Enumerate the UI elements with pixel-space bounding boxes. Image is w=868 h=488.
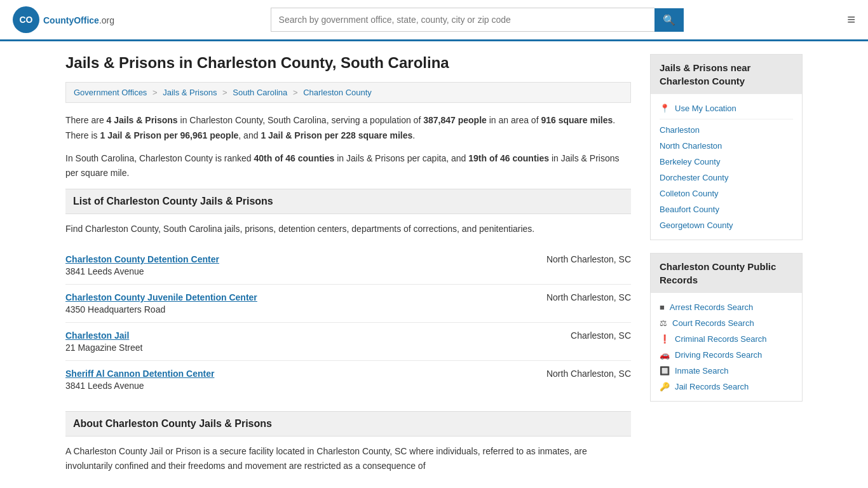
search-icon: 🔍 bbox=[663, 15, 675, 25]
arrest-icon: ■ bbox=[660, 302, 665, 312]
breadcrumb-sep-2: > bbox=[293, 88, 298, 97]
facility-city-0: North Charleston, SC bbox=[517, 254, 631, 264]
inmate-search-link[interactable]: Inmate Search bbox=[675, 366, 729, 376]
driving-icon: 🚗 bbox=[660, 350, 670, 360]
logo-icon: CO bbox=[13, 6, 39, 33]
criminal-records-link[interactable]: Criminal Records Search bbox=[675, 334, 767, 344]
breadcrumb-item-3[interactable]: Charleston County bbox=[303, 88, 372, 97]
main-container: Jails & Prisons in Charleston County, So… bbox=[53, 41, 815, 487]
breadcrumb-sep-1: > bbox=[222, 88, 227, 97]
jail-records-icon: 🔑 bbox=[660, 382, 670, 391]
facility-name-2[interactable]: Charleston Jail bbox=[65, 330, 517, 341]
jail-records-link[interactable]: Jail Records Search bbox=[675, 382, 749, 391]
breadcrumb-sep-0: > bbox=[153, 88, 158, 97]
table-row: Sheriff Al Cannon Detention Center 3841 … bbox=[65, 361, 631, 398]
facility-name-3[interactable]: Sheriff Al Cannon Detention Center bbox=[65, 369, 517, 379]
logo-text: CountyOffice.org bbox=[43, 13, 114, 27]
location-icon: 📍 bbox=[660, 104, 670, 113]
search-area: 🔍 bbox=[271, 8, 684, 32]
list-item: 🔑 Jail Records Search bbox=[660, 379, 793, 395]
inmate-icon: 🔲 bbox=[660, 366, 670, 376]
logo-area: CO CountyOffice.org bbox=[13, 6, 114, 33]
breadcrumb-item-0[interactable]: Government Offices bbox=[74, 88, 147, 97]
list-section-header: List of Charleston County Jails & Prison… bbox=[65, 189, 631, 214]
facility-list: Charleston County Detention Center 3841 … bbox=[65, 247, 631, 398]
facility-name-0[interactable]: Charleston County Detention Center bbox=[65, 254, 517, 264]
about-section: About Charleston County Jails & Prisons … bbox=[65, 411, 631, 475]
list-item: Dorchester County bbox=[660, 170, 793, 186]
list-item: Charleston bbox=[660, 122, 793, 138]
arrest-records-link[interactable]: Arrest Records Search bbox=[670, 302, 754, 312]
list-item: Georgetown County bbox=[660, 217, 793, 233]
table-row: Charleston County Juvenile Detention Cen… bbox=[65, 285, 631, 323]
facility-address-3: 3841 Leeds Avenue bbox=[65, 381, 144, 391]
list-item: ■ Arrest Records Search bbox=[660, 299, 793, 315]
nearby-link-4[interactable]: Dorchester County bbox=[660, 173, 728, 182]
menu-icon[interactable]: ≡ bbox=[847, 11, 855, 28]
site-header: CO CountyOffice.org 🔍 ≡ bbox=[0, 0, 868, 41]
about-section-header: About Charleston County Jails & Prisons bbox=[65, 411, 631, 437]
list-item: Berkeley County bbox=[660, 154, 793, 170]
nearby-link-3[interactable]: Berkeley County bbox=[660, 157, 720, 166]
court-records-link[interactable]: Court Records Search bbox=[672, 318, 754, 328]
court-icon: ⚖ bbox=[660, 318, 667, 328]
stats-para-2: In South Carolina, Charleston County is … bbox=[65, 151, 631, 182]
list-item: ⚖ Court Records Search bbox=[660, 315, 793, 331]
breadcrumb: Government Offices > Jails & Prisons > S… bbox=[65, 82, 631, 103]
page-title: Jails & Prisons in Charleston County, So… bbox=[65, 54, 631, 72]
nearby-link-7[interactable]: Georgetown County bbox=[660, 220, 733, 230]
records-body: ■ Arrest Records Search ⚖ Court Records … bbox=[651, 293, 802, 401]
criminal-icon: ❗ bbox=[660, 334, 670, 344]
records-box: Charleston County Public Records ■ Arres… bbox=[650, 253, 803, 402]
breadcrumb-item-2[interactable]: South Carolina bbox=[233, 88, 287, 97]
facility-city-2: Charleston, SC bbox=[517, 330, 631, 341]
nearby-link-1[interactable]: Charleston bbox=[660, 125, 700, 135]
search-button[interactable]: 🔍 bbox=[654, 8, 684, 32]
list-item: 🚗 Driving Records Search bbox=[660, 347, 793, 363]
table-row: Charleston Jail 21 Magazine Street Charl… bbox=[65, 323, 631, 361]
driving-records-link[interactable]: Driving Records Search bbox=[675, 350, 762, 360]
divider bbox=[660, 119, 793, 119]
list-item: Beaufort County bbox=[660, 201, 793, 217]
list-item: North Charleston bbox=[660, 138, 793, 154]
facility-city-3: North Charleston, SC bbox=[517, 369, 631, 379]
facility-address-2: 21 Magazine Street bbox=[65, 342, 142, 353]
nearby-header: Jails & Prisons near Charleston County bbox=[651, 55, 802, 94]
nearby-body: 📍 Use My Location Charleston North Charl… bbox=[651, 94, 802, 240]
list-item: 📍 Use My Location bbox=[660, 100, 793, 116]
facility-address-1: 4350 Headquarters Road bbox=[65, 304, 165, 315]
use-my-location-link[interactable]: Use My Location bbox=[675, 104, 736, 113]
facility-address-0: 3841 Leeds Avenue bbox=[65, 266, 144, 276]
facility-desc: Find Charleston County, South Carolina j… bbox=[65, 222, 631, 236]
list-item: 🔲 Inmate Search bbox=[660, 363, 793, 379]
stats-para-1: There are 4 Jails & Prisons in Charlesto… bbox=[65, 113, 631, 144]
table-row: Charleston County Detention Center 3841 … bbox=[65, 247, 631, 285]
svg-text:CO: CO bbox=[20, 15, 33, 25]
breadcrumb-item-1[interactable]: Jails & Prisons bbox=[163, 88, 217, 97]
sidebar: Jails & Prisons near Charleston County 📍… bbox=[650, 54, 803, 474]
nearby-link-5[interactable]: Colleton County bbox=[660, 189, 719, 198]
list-item: ❗ Criminal Records Search bbox=[660, 331, 793, 347]
list-item: Colleton County bbox=[660, 186, 793, 201]
nearby-link-6[interactable]: Beaufort County bbox=[660, 205, 719, 214]
facility-city-1: North Charleston, SC bbox=[517, 292, 631, 302]
facility-name-1[interactable]: Charleston County Juvenile Detention Cen… bbox=[65, 292, 517, 302]
nearby-box: Jails & Prisons near Charleston County 📍… bbox=[650, 54, 803, 240]
records-header: Charleston County Public Records bbox=[651, 254, 802, 293]
search-input[interactable] bbox=[271, 8, 654, 32]
about-text: A Charleston County Jail or Prison is a … bbox=[65, 444, 631, 475]
nearby-link-2[interactable]: North Charleston bbox=[660, 141, 722, 151]
content-area: Jails & Prisons in Charleston County, So… bbox=[65, 54, 631, 474]
